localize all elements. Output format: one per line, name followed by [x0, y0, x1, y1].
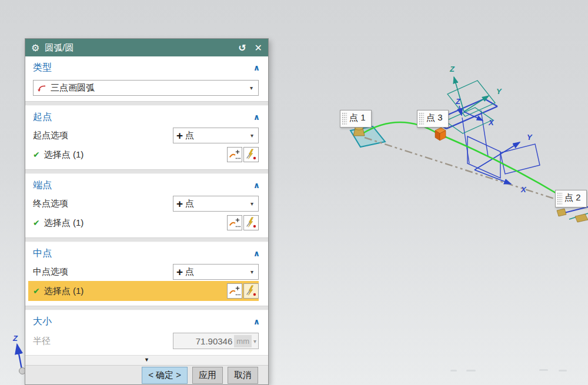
collapse-chevron-icon[interactable]: ∧: [253, 63, 260, 72]
collapse-arrow-icon: ▼: [144, 357, 149, 363]
watermark-mark: [466, 370, 476, 371]
end-select-text: 选择点 (1): [44, 217, 84, 229]
teal-y-axis-label: Y: [496, 87, 502, 96]
collapse-chevron-icon[interactable]: ∧: [253, 112, 260, 122]
end-select-point-row[interactable]: ✔ 选择点 (1): [28, 213, 259, 233]
end-point-option-dropdown[interactable]: + 点 ▾: [173, 196, 259, 212]
end-section-header[interactable]: 端点 ∧: [25, 174, 268, 194]
snap-point-button[interactable]: [243, 283, 259, 299]
start-select-text: 选择点 (1): [44, 149, 84, 160]
dialog-collapse-strip[interactable]: ▼: [25, 355, 268, 366]
snap-point-button[interactable]: [243, 215, 259, 230]
chevron-down-icon: ▾: [252, 338, 258, 344]
section-title: 端点: [33, 179, 52, 192]
end-point-section: 端点 ∧ 终点选项 + 点 ▾ ✔ 选择点 (1): [25, 174, 268, 237]
three-point-arc-icon: [37, 83, 48, 93]
drag-grip-icon[interactable]: [419, 112, 424, 125]
point-label-1[interactable]: 点 1: [340, 110, 372, 128]
section-title: 大小: [33, 316, 52, 328]
blue-z-axis-label: Z: [455, 97, 461, 106]
collapse-chevron-icon[interactable]: ∧: [253, 180, 260, 190]
dialog-title: 圆弧/圆: [45, 42, 74, 53]
collapse-chevron-icon[interactable]: ∧: [253, 249, 260, 258]
type-section-header[interactable]: 类型 ∧: [25, 56, 268, 76]
blue-x-axis-label: X: [488, 118, 495, 127]
section-title: 类型: [33, 62, 52, 74]
ok-button[interactable]: < 确定 >: [142, 367, 188, 384]
dialog-titlebar[interactable]: ⚙ 圆弧/圆 ↺ ✕: [25, 39, 268, 56]
mid-option-value: 点: [185, 266, 194, 277]
blue-y-axis-label: Y: [527, 133, 533, 142]
start-section-header[interactable]: 起点 ∧: [25, 106, 268, 126]
point-dialog-button[interactable]: [227, 215, 242, 230]
point-constructor-icon: [228, 148, 241, 161]
section-title: 中点: [33, 247, 52, 260]
mid-point-option-dropdown[interactable]: + 点 ▾: [173, 264, 259, 280]
chevron-down-icon: ▾: [249, 269, 255, 275]
chevron-down-icon: ▾: [248, 85, 255, 91]
watermark-mark: [450, 370, 457, 371]
mid-select-text: 选择点 (1): [44, 286, 84, 297]
point-icon: +: [176, 198, 183, 209]
arc-type-dropdown[interactable]: 三点画圆弧 ▾: [33, 80, 259, 96]
check-icon: ✔: [33, 150, 40, 159]
cancel-button[interactable]: 取消: [228, 367, 258, 384]
chevron-down-icon: ▾: [249, 132, 255, 139]
mid-section-header[interactable]: 中点 ∧: [25, 242, 268, 262]
watermark-mark: [539, 369, 548, 371]
watermark-mark: [559, 370, 567, 371]
radius-value: 71.90346: [173, 336, 234, 346]
point-label-2[interactable]: 点 2: [555, 190, 587, 207]
chevron-down-icon: ▾: [249, 200, 255, 207]
blue-x2-axis-label: X: [520, 185, 527, 194]
end-point-cluster[interactable]: [557, 207, 588, 222]
point-icon: +: [176, 130, 183, 141]
start-point-section: 起点 ∧ 起点选项 + 点 ▾ ✔ 选择点 (1): [25, 106, 268, 169]
chord-dashed-line[interactable]: [365, 138, 563, 202]
snap-bolt-icon: [245, 284, 258, 297]
start-option-value: 点: [185, 130, 194, 141]
size-section: 大小 ∧ 半径 71.90346 mm ▾: [25, 310, 268, 355]
arc-circle-dialog: ⚙ 圆弧/圆 ↺ ✕ 类型 ∧ 三点画圆弧 ▾ 起点 ∧ 起点选项 +: [25, 38, 269, 385]
apply-button[interactable]: 应用: [192, 367, 223, 384]
start-point-cone[interactable]: [353, 126, 365, 136]
section-divider: [25, 101, 268, 106]
drag-grip-icon[interactable]: [342, 112, 347, 125]
start-point-option-dropdown[interactable]: + 点 ▾: [173, 128, 259, 143]
arc-type-value: 三点画圆弧: [51, 82, 95, 93]
point-dialog-button[interactable]: [227, 147, 242, 162]
point-icon: +: [176, 266, 183, 277]
point-label-text: 点 2: [562, 190, 586, 207]
start-select-point-row[interactable]: ✔ 选择点 (1): [28, 145, 259, 165]
collapse-chevron-icon[interactable]: ∧: [253, 317, 260, 326]
teal-z-axis-label: Z: [449, 65, 455, 73]
end-option-label: 终点选项: [33, 198, 68, 209]
close-icon[interactable]: ✕: [255, 42, 262, 53]
section-divider: [25, 237, 268, 242]
radius-label: 半径: [33, 336, 51, 347]
mid-select-point-row-active[interactable]: ✔ 选择点 (1): [28, 281, 259, 301]
type-section: 类型 ∧ 三点画圆弧 ▾: [25, 56, 268, 101]
point-label-3[interactable]: 点 3: [417, 110, 449, 128]
size-section-header[interactable]: 大小 ∧: [25, 310, 268, 330]
radius-input: 71.90346 mm ▾: [173, 333, 259, 349]
point-constructor-icon: [228, 284, 241, 297]
mid-option-label: 中点选项: [33, 266, 68, 277]
snap-bolt-icon: [245, 216, 258, 229]
drag-grip-icon[interactable]: [557, 192, 562, 205]
radius-unit: mm: [234, 335, 252, 347]
wcs-triad[interactable]: Z: [12, 334, 26, 374]
gear-icon[interactable]: ⚙: [31, 42, 39, 53]
point-dialog-button[interactable]: [227, 283, 242, 299]
mid-point-cube[interactable]: [435, 128, 446, 140]
check-icon: ✔: [33, 286, 40, 296]
start-option-label: 起点选项: [33, 130, 68, 141]
dialog-footer: < 确定 > 应用 取消: [25, 366, 268, 384]
point-label-text: 点 1: [347, 111, 371, 127]
point-constructor-icon: [228, 216, 241, 229]
reset-icon[interactable]: ↺: [238, 42, 246, 53]
end-option-value: 点: [185, 198, 194, 209]
wcs-z-axis-label: Z: [12, 334, 18, 343]
snap-point-button[interactable]: [243, 147, 259, 162]
snap-bolt-icon: [245, 148, 258, 161]
